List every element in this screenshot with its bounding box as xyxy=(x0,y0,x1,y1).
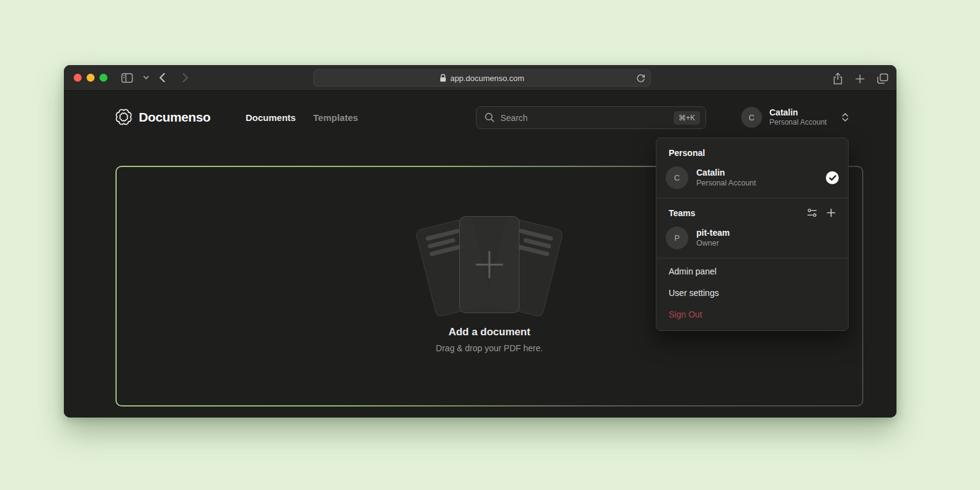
account-subtitle: Personal Account xyxy=(769,118,834,127)
team-row[interactable]: P pit-team Owner xyxy=(656,222,848,255)
plus-icon xyxy=(474,249,505,280)
menu-account-subtitle: Personal Account xyxy=(696,178,756,188)
team-avatar: P xyxy=(666,227,688,249)
selected-badge xyxy=(826,171,839,184)
brand[interactable]: Documenso xyxy=(115,109,211,125)
minimize-window-button[interactable] xyxy=(87,74,95,82)
address-bar[interactable]: app.documenso.com xyxy=(313,69,651,87)
account-dropdown-menu: Personal C Catalin Personal Account xyxy=(656,138,849,331)
app-content: Documenso Documents Templates ⌘+K C Cata… xyxy=(64,91,896,418)
account-menu-trigger[interactable]: C Catalin Personal Account xyxy=(741,107,849,128)
menu-item-user-settings[interactable]: User settings xyxy=(656,282,848,304)
search-shortcut-badge: ⌘+K xyxy=(674,111,700,125)
forward-button[interactable] xyxy=(182,72,189,83)
check-icon xyxy=(829,175,836,181)
menu-item-admin-panel[interactable]: Admin panel xyxy=(656,261,848,282)
avatar: C xyxy=(666,166,688,189)
chevron-down-icon xyxy=(143,76,149,80)
teams-section-label: Teams xyxy=(669,208,695,218)
search-input[interactable] xyxy=(500,113,668,123)
tabs-overview-icon xyxy=(877,73,889,84)
team-name: pit-team xyxy=(696,228,729,239)
account-name: Catalin xyxy=(769,107,834,118)
nav-templates[interactable]: Templates xyxy=(313,112,358,123)
share-button[interactable] xyxy=(833,72,843,85)
avatar: C xyxy=(741,107,762,128)
browser-window: app.documenso.com xyxy=(64,65,896,418)
document-card-front xyxy=(459,216,519,313)
team-role: Owner xyxy=(696,238,729,248)
reload-button[interactable] xyxy=(636,73,645,83)
teams-section-header: Teams xyxy=(656,201,848,222)
sidebar-menu-button[interactable] xyxy=(143,76,149,80)
sidebar-toggle-button[interactable] xyxy=(121,72,133,84)
team-preferences-button[interactable] xyxy=(807,208,817,218)
menu-divider xyxy=(656,258,848,259)
url-text: app.documenso.com xyxy=(450,74,524,83)
menu-divider xyxy=(656,198,848,198)
dropzone-subtitle: Drag & drop your PDF here. xyxy=(436,343,543,353)
personal-section-label: Personal xyxy=(656,141,848,161)
lock-icon xyxy=(440,74,446,82)
share-icon xyxy=(833,72,843,85)
back-button[interactable] xyxy=(159,72,166,83)
maximize-window-button[interactable] xyxy=(99,74,107,82)
sidebar-toggle-icon xyxy=(121,72,133,84)
chevrons-up-down-icon xyxy=(841,112,849,122)
dropzone-title: Add a document xyxy=(448,326,530,338)
new-tab-icon xyxy=(855,74,865,84)
back-icon xyxy=(159,72,166,83)
add-team-button[interactable] xyxy=(826,208,836,217)
menu-account-name: Catalin xyxy=(696,168,756,179)
reload-icon xyxy=(636,73,645,83)
search-bar[interactable]: ⌘+K xyxy=(476,106,706,129)
tabs-overview-button[interactable] xyxy=(877,73,889,84)
add-team-icon xyxy=(826,208,836,217)
forward-icon xyxy=(182,72,189,83)
window-controls xyxy=(74,74,107,82)
nav-documents[interactable]: Documents xyxy=(246,112,296,123)
browser-titlebar: app.documenso.com xyxy=(64,65,896,91)
new-tab-button[interactable] xyxy=(855,74,865,84)
desktop: app.documenso.com xyxy=(0,0,980,490)
team-preferences-icon xyxy=(807,208,817,218)
brand-name: Documenso xyxy=(139,110,211,125)
titlebar-right-actions xyxy=(833,72,889,85)
close-window-button[interactable] xyxy=(74,74,82,82)
search-icon xyxy=(484,112,495,123)
document-stack-illustration xyxy=(424,216,555,319)
documenso-logo-icon xyxy=(115,109,132,125)
menu-item-sign-out[interactable]: Sign Out xyxy=(656,304,848,325)
personal-account-row[interactable]: C Catalin Personal Account xyxy=(656,161,848,195)
